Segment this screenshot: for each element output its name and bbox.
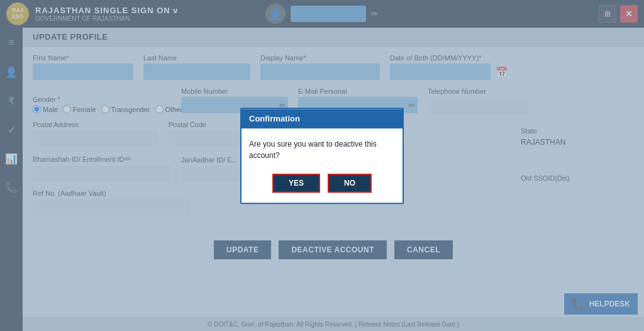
- modal-message: Are you sure you want to deactive this a…: [249, 138, 395, 161]
- modal-header: Confirmation: [242, 109, 402, 128]
- modal-no-button[interactable]: NO: [328, 174, 372, 193]
- modal-yes-button[interactable]: YES: [272, 174, 320, 193]
- modal-body: Are you sure you want to deactive this a…: [242, 128, 402, 169]
- confirmation-modal: Confirmation Are you sure you want to de…: [240, 108, 404, 204]
- modal-title: Confirmation: [249, 114, 300, 123]
- modal-buttons: YES NO: [242, 169, 402, 203]
